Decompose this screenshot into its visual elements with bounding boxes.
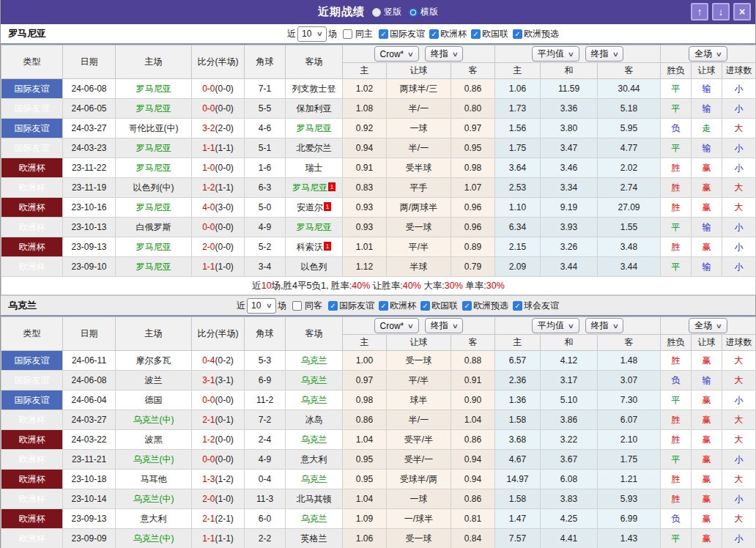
avg-draw-odds: 11.59 bbox=[541, 79, 598, 99]
full-time-score: 1-0 bbox=[202, 163, 215, 173]
match-date: 24-06-08 bbox=[63, 371, 116, 390]
result-goals: 大 bbox=[722, 198, 756, 218]
match-score: 2-0(0-0) bbox=[192, 237, 245, 257]
crow-handicap: 一球 bbox=[387, 489, 451, 509]
crow-away-odds: 0.89 bbox=[451, 237, 495, 257]
away-team: 北爱尔兰 bbox=[286, 138, 343, 158]
sub-column-header: 让球 bbox=[692, 63, 722, 79]
full-time-score: 2-0 bbox=[202, 494, 215, 504]
chevron-down-icon: ∨ bbox=[407, 51, 414, 58]
column-header: 主场 bbox=[116, 45, 192, 79]
corner-score: 5-2 bbox=[245, 237, 286, 257]
home-team: 罗马尼亚 bbox=[116, 198, 192, 218]
move-up-button[interactable]: ↑ bbox=[691, 3, 708, 21]
crow-company-select[interactable]: Crow*∨ bbox=[374, 46, 419, 62]
corner-score: 11-3 bbox=[245, 489, 286, 509]
full-time-score: 2-1 bbox=[202, 514, 215, 524]
crow-handicap: 半/一 bbox=[387, 138, 451, 158]
away-team: 罗马尼亚 bbox=[286, 218, 343, 237]
move-down-button[interactable]: ↓ bbox=[712, 3, 730, 21]
league-checkbox[interactable]: ✓ bbox=[462, 301, 472, 311]
league-checkbox[interactable]: ✓ bbox=[513, 301, 522, 311]
match-type-badge: 欧洲杯 bbox=[1, 410, 63, 430]
corner-score: 0-4 bbox=[245, 470, 286, 489]
home-team: 乌克兰(中) bbox=[116, 489, 192, 509]
corner-score: 4-6 bbox=[245, 119, 286, 138]
crow-home-odds: 0.86 bbox=[343, 410, 387, 430]
table-row: 欧洲杯23-09-10罗马尼亚1-1(1-0)3-4以色列1.12半球0.792… bbox=[1, 257, 756, 277]
layout-horizontal-radio[interactable]: 横版 bbox=[409, 6, 438, 18]
crow-company-select[interactable]: Crow*∨ bbox=[374, 318, 419, 333]
layout-vertical-radio[interactable]: 竖版 bbox=[372, 6, 401, 18]
league-checkbox[interactable]: ✓ bbox=[379, 29, 388, 39]
league-checkbox[interactable]: ✓ bbox=[471, 29, 481, 39]
avg-draw-odds: 3.80 bbox=[541, 119, 598, 138]
corner-score: 5-1 bbox=[245, 138, 286, 158]
table-row: 国际友谊24-06-08波兰3-1(3-1)6-9乌克兰0.97平/半0.912… bbox=[1, 371, 756, 390]
result-goals: 小 bbox=[722, 99, 756, 119]
filter-bar: 近10∨场同客✓国际友谊✓欧洲杯✓欧国联✓欧洲预选✓球会友谊 bbox=[235, 298, 559, 314]
result-goals: 小 bbox=[722, 218, 756, 237]
league-checkbox[interactable]: ✓ bbox=[429, 29, 439, 39]
result-handicap: 赢 bbox=[692, 198, 722, 218]
table-row: 国际友谊24-03-23罗马尼亚1-1(1-1)5-1北爱尔兰0.94半/一0.… bbox=[1, 138, 756, 158]
table-row: 欧洲杯23-11-21乌克兰(中)0-0(0-0)4-9意大利0.95受半/一0… bbox=[1, 450, 756, 470]
crow-final-select-label: 终指 bbox=[431, 48, 448, 60]
check-icon: ✓ bbox=[464, 302, 470, 310]
crow-handicap: 受平/半 bbox=[387, 430, 451, 450]
half-time-score: (0-0) bbox=[215, 242, 234, 252]
half-time-score: (0-0) bbox=[215, 222, 234, 232]
avg-company-select-label: 平均值 bbox=[538, 48, 564, 60]
avg-home-odds: 2.36 bbox=[495, 371, 541, 390]
summary-segment: 单率: bbox=[463, 281, 486, 291]
sections-container: 罗马尼亚近10∨场同主✓国际友谊✓欧洲杯✓欧国联✓欧洲预选类型日期主场比分(半场… bbox=[1, 24, 755, 548]
matches-table: 类型日期主场比分(半场)角球客场Crow*∨终指∨平均值∨终指∨全场∨主让球客主… bbox=[1, 45, 756, 295]
league-checkbox[interactable]: ✓ bbox=[420, 301, 430, 311]
up-arrow-icon: ↑ bbox=[697, 7, 703, 17]
avg-draw-odds: 4.41 bbox=[541, 529, 598, 548]
recent-count-value: 10 bbox=[251, 300, 261, 311]
full-match-select[interactable]: 全场∨ bbox=[689, 318, 727, 333]
recent-count-select[interactable]: 10∨ bbox=[297, 26, 327, 42]
avg-final-select[interactable]: 终指∨ bbox=[585, 318, 624, 333]
half-time-score: (0-0) bbox=[215, 395, 234, 405]
avg-draw-odds: 3.46 bbox=[541, 158, 598, 178]
crow-handicap: 受一球 bbox=[387, 218, 451, 237]
league-checkbox[interactable]: ✓ bbox=[379, 301, 388, 311]
result-goals: 小 bbox=[722, 158, 756, 178]
avg-odds-header: 平均值∨终指∨ bbox=[495, 317, 661, 335]
same-venue-checkbox[interactable] bbox=[343, 29, 352, 39]
league-checkbox[interactable]: ✓ bbox=[513, 29, 522, 39]
away-team: 乌克兰 bbox=[286, 470, 343, 489]
league-checkbox[interactable]: ✓ bbox=[328, 301, 338, 311]
recent-suffix-label: 场 bbox=[328, 28, 337, 40]
avg-company-select[interactable]: 平均值∨ bbox=[532, 46, 579, 62]
chevron-down-icon: ∨ bbox=[266, 302, 273, 309]
close-button[interactable]: × bbox=[733, 3, 751, 21]
crow-final-select[interactable]: 终指∨ bbox=[425, 46, 464, 62]
result-goals: 小 bbox=[722, 138, 756, 158]
full-match-select[interactable]: 全场∨ bbox=[689, 46, 727, 62]
avg-company-select[interactable]: 平均值∨ bbox=[532, 318, 579, 333]
result-goals: 大 bbox=[722, 351, 756, 371]
half-time-score: (0-2) bbox=[215, 355, 234, 366]
avg-away-odds: 2.74 bbox=[598, 178, 661, 198]
result-win-draw-loss: 平 bbox=[661, 99, 692, 119]
crow-away-odds: 1.07 bbox=[451, 178, 495, 198]
chevron-down-icon: ∨ bbox=[612, 51, 618, 58]
avg-home-odds: 1.47 bbox=[495, 509, 541, 529]
same-venue-checkbox[interactable] bbox=[292, 301, 302, 311]
crow-final-select[interactable]: 终指∨ bbox=[425, 318, 464, 333]
home-team: 波兰 bbox=[116, 371, 192, 390]
avg-draw-odds: 3.44 bbox=[541, 257, 598, 277]
full-time-score: 1-1 bbox=[202, 533, 215, 544]
avg-final-select[interactable]: 终指∨ bbox=[585, 46, 624, 62]
result-win-draw-loss: 平 bbox=[661, 218, 692, 237]
crow-odds-header: Crow*∨终指∨ bbox=[343, 317, 495, 335]
recent-records-panel: 近期战绩 竖版 横版 ↑ ↓ × 罗马尼亚近10∨场同主✓国际友谊✓欧洲杯✓欧国… bbox=[0, 0, 756, 548]
avg-draw-odds: 3.17 bbox=[541, 371, 598, 390]
recent-count-select[interactable]: 10∨ bbox=[247, 298, 276, 314]
result-goals: 小 bbox=[722, 489, 756, 509]
crow-home-odds: 1.08 bbox=[343, 99, 387, 119]
home-team: 罗马尼亚 bbox=[116, 99, 192, 119]
